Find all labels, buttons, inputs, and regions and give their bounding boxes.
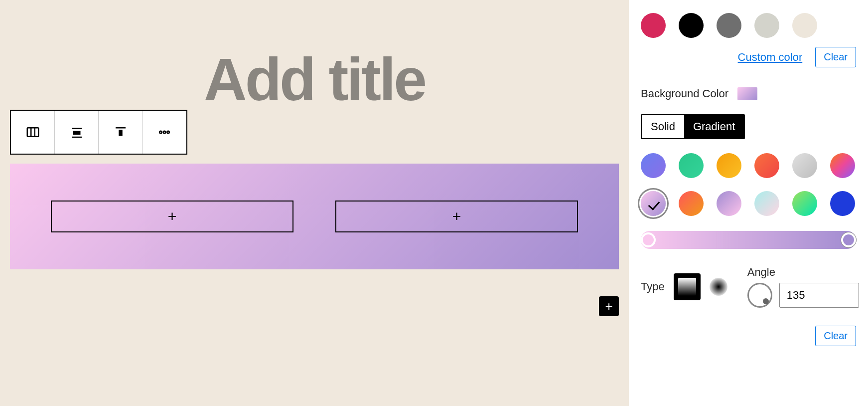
clear-background-button[interactable]: Clear	[815, 326, 856, 346]
column-appender-2[interactable]: +	[335, 201, 578, 232]
gradient-stop-start[interactable]	[641, 232, 656, 247]
background-color-label: Background Color	[641, 87, 728, 100]
svg-point-9	[163, 131, 166, 134]
columns-icon	[25, 125, 40, 140]
type-angle-row: Type Angle	[641, 266, 856, 308]
text-color-swatch-2[interactable]	[717, 13, 741, 38]
svg-rect-7	[119, 130, 123, 136]
columns-block[interactable]: + +	[10, 164, 619, 269]
gradient-swatch-4[interactable]	[792, 153, 817, 178]
gradient-swatch-10[interactable]	[792, 191, 817, 216]
column-appender-1[interactable]: +	[51, 201, 293, 232]
background-color-heading: Background Color	[641, 87, 856, 100]
editor-canvas: Add title + + +	[0, 0, 629, 406]
segment-gradient[interactable]: Gradient	[684, 115, 744, 138]
gradient-swatch-11[interactable]	[830, 191, 855, 216]
angle-dial[interactable]	[747, 283, 772, 308]
gradient-angle-group: Angle	[747, 266, 859, 308]
gradient-swatch-3[interactable]	[754, 153, 779, 178]
post-title-placeholder[interactable]: Add title	[0, 45, 629, 114]
align-button[interactable]	[55, 111, 99, 154]
text-color-swatch-0[interactable]	[641, 13, 666, 38]
gradient-swatch-grid	[641, 153, 856, 216]
plus-icon: +	[452, 208, 461, 225]
text-color-swatch-row	[641, 13, 856, 38]
add-block-button[interactable]: +	[599, 296, 619, 316]
gradient-swatch-1[interactable]	[679, 153, 704, 178]
segment-solid[interactable]: Solid	[642, 115, 684, 138]
background-color-preview	[737, 87, 757, 100]
gradient-type-group: Type	[641, 273, 727, 300]
solid-gradient-segment: Solid Gradient	[641, 114, 745, 139]
gradient-swatch-2[interactable]	[717, 153, 741, 178]
clear-text-color-button[interactable]: Clear	[815, 47, 856, 67]
valign-top-icon	[113, 125, 128, 140]
gradient-type-radial-button[interactable]	[710, 278, 727, 296]
gradient-stops-bar[interactable]	[641, 231, 856, 249]
text-color-swatch-3[interactable]	[754, 13, 779, 38]
gradient-type-linear-button[interactable]	[674, 273, 701, 300]
vertical-align-button[interactable]	[99, 111, 143, 154]
plus-icon: +	[168, 208, 177, 225]
svg-point-8	[159, 131, 162, 134]
text-color-swatch-4[interactable]	[792, 13, 817, 38]
gradient-swatch-6[interactable]	[641, 191, 666, 216]
text-color-actions: Custom color Clear	[641, 47, 856, 67]
angle-input[interactable]	[779, 283, 859, 308]
gradient-swatch-7[interactable]	[679, 191, 704, 216]
align-icon	[69, 125, 84, 140]
gradient-swatch-5[interactable]	[830, 153, 855, 178]
custom-color-link[interactable]: Custom color	[738, 51, 803, 64]
type-label: Type	[641, 280, 665, 293]
svg-rect-0	[27, 128, 38, 137]
columns-button[interactable]	[11, 111, 55, 154]
more-icon	[157, 125, 172, 140]
block-toolbar	[10, 110, 187, 155]
angle-label: Angle	[747, 266, 859, 279]
gradient-swatch-9[interactable]	[754, 191, 779, 216]
svg-point-10	[167, 131, 169, 134]
settings-sidebar: Custom color Clear Background Color Soli…	[629, 0, 868, 406]
more-options-button[interactable]	[143, 111, 186, 154]
gradient-swatch-0[interactable]	[641, 153, 666, 178]
background-actions: Clear	[641, 326, 856, 346]
gradient-swatch-8[interactable]	[717, 191, 741, 216]
text-color-swatch-1[interactable]	[679, 13, 704, 38]
svg-rect-4	[73, 131, 80, 135]
plus-icon: +	[605, 299, 612, 314]
gradient-stop-end[interactable]	[841, 232, 856, 247]
